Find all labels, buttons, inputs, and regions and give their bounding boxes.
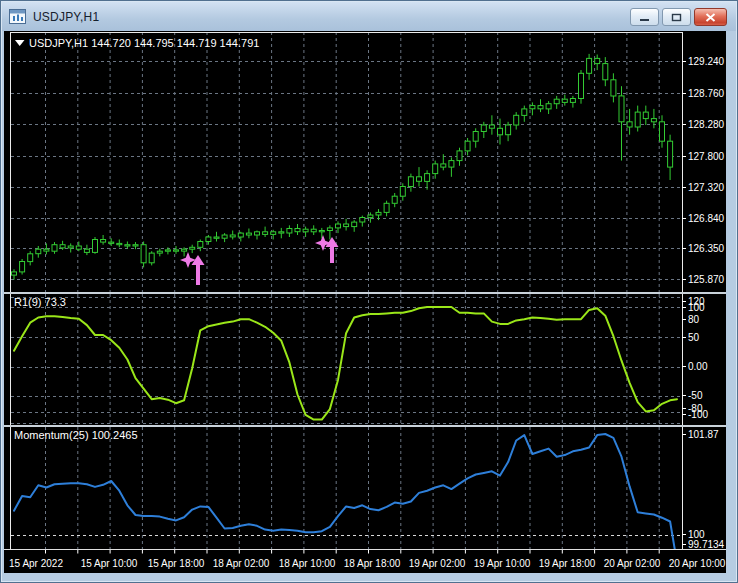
time-axis-label: 19 Apr 10:00 xyxy=(474,558,531,569)
price-axis-label: 129.240 xyxy=(688,56,725,67)
momentum-indicator-label: Momentum(25) 100.2465 xyxy=(14,429,138,441)
time-axis-label: 15 Apr 18:00 xyxy=(148,558,205,569)
price-axis-label: 99.7134 xyxy=(688,539,725,550)
time-axis-label: 19 Apr 18:00 xyxy=(539,558,596,569)
restore-icon xyxy=(671,13,682,22)
price-axis-label: 125.870 xyxy=(688,274,725,285)
price-axis-label: -100 xyxy=(688,409,708,420)
price-axis-label: -50 xyxy=(688,390,703,401)
candle xyxy=(149,251,154,265)
title-bar[interactable]: USDJPY,H1 xyxy=(2,2,736,31)
restore-button[interactable] xyxy=(662,8,691,26)
chart-canvas[interactable]: 129.240128.760128.280127.800127.320126.8… xyxy=(4,31,726,573)
price-axis-label: 128.280 xyxy=(688,119,725,130)
time-axis-label: 20 Apr 02:00 xyxy=(604,558,661,569)
minimize-button[interactable] xyxy=(630,8,659,26)
price-axis-label: 128.760 xyxy=(688,88,725,99)
price-axis-label: 101.87 xyxy=(688,429,719,440)
time-axis-label: 20 Apr 10:00 xyxy=(669,558,726,569)
close-button[interactable] xyxy=(694,8,727,26)
price-axis-label: 127.800 xyxy=(688,151,725,162)
time-axis-label: 15 Apr 10:00 xyxy=(81,558,138,569)
r1-indicator-label: R1(9) 73.3 xyxy=(14,296,66,308)
price-axis-label: 0.00 xyxy=(688,361,708,372)
time-axis-label: 18 Apr 02:00 xyxy=(213,558,270,569)
chart-window-icon xyxy=(9,9,26,24)
chart-window: USDJPY,H1 129.240128.760128.280127.80012… xyxy=(0,0,738,583)
minimize-icon xyxy=(639,13,650,22)
candle xyxy=(93,237,98,254)
price-axis-label: 126.840 xyxy=(688,213,725,224)
pane-splitter[interactable] xyxy=(4,292,726,294)
close-icon xyxy=(705,13,716,22)
chart-client-area: 129.240128.760128.280127.800127.320126.8… xyxy=(4,31,726,573)
time-axis-label: 18 Apr 18:00 xyxy=(344,558,401,569)
candle xyxy=(20,259,25,275)
price-axis-label: 80 xyxy=(688,314,700,325)
pane-splitter[interactable] xyxy=(4,425,726,427)
time-axis-label: 15 Apr 2022 xyxy=(9,558,63,569)
candle xyxy=(579,70,584,104)
price-axis-label: 127.320 xyxy=(688,182,725,193)
price-axis-label: 50 xyxy=(688,332,700,343)
time-axis-label: 19 Apr 02:00 xyxy=(409,558,466,569)
price-axis-label: 100 xyxy=(688,302,705,313)
window-title: USDJPY,H1 xyxy=(33,10,99,24)
chart-background xyxy=(4,31,726,573)
price-axis-label: 126.350 xyxy=(688,243,725,254)
ohlc-readout: USDJPY,H1 144.720 144.795 144.719 144.79… xyxy=(29,37,259,49)
time-axis-label: 18 Apr 10:00 xyxy=(279,558,336,569)
